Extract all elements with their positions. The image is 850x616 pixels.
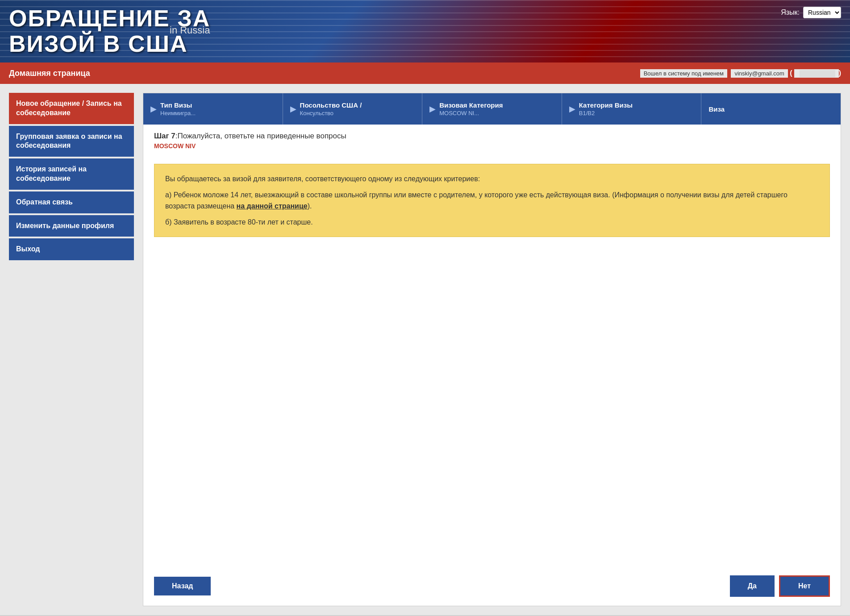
user-info: Вошел в систему под именем vinskiy@gmail… xyxy=(638,69,841,78)
step-visa-type: ▶ Тип Визы Неиммигра... xyxy=(143,93,283,125)
step-value-3: MOSCOW NI... xyxy=(439,110,503,117)
user-id xyxy=(794,69,839,78)
sidebar-item-new-application[interactable]: Новое обращение / Запись на собеседовани… xyxy=(9,93,134,124)
main-container: Новое обращение / Запись на собеседовани… xyxy=(0,84,850,615)
step-value-4: B1/B2 xyxy=(579,110,633,117)
step-location: MOSCOW NIV xyxy=(143,142,841,157)
sidebar-item-group-application[interactable]: Групповая заявка о записи на собеседован… xyxy=(9,126,134,157)
language-label: Язык: xyxy=(781,8,800,17)
step-arrow-3: ▶ xyxy=(429,104,436,114)
header: ОБРАЩЕНИЕ ЗА ВИЗОЙ В США in Russia Язык:… xyxy=(0,0,850,62)
step-visa: Виза xyxy=(701,93,841,125)
step-arrow-1: ▶ xyxy=(150,104,157,114)
steps-bar: ▶ Тип Визы Неиммигра... ▶ Посольство США… xyxy=(143,93,841,125)
step-label-4: Категория Визы xyxy=(579,101,633,109)
step-arrow-4: ▶ xyxy=(569,104,575,114)
home-link[interactable]: Домашняя страница xyxy=(9,69,90,78)
navbar: Домашняя страница Вошел в систему под им… xyxy=(0,62,850,84)
sidebar-item-feedback[interactable]: Обратная связь xyxy=(9,191,134,213)
language-selector-container: Язык: Russian English xyxy=(781,7,841,18)
language-select[interactable]: Russian English xyxy=(803,7,841,18)
content-area: ▶ Тип Визы Неиммигра... ▶ Посольство США… xyxy=(143,93,841,606)
step-arrow-2: ▶ xyxy=(290,104,296,114)
sidebar-item-logout[interactable]: Выход xyxy=(9,238,134,260)
step-content-1: Тип Визы Неиммигра... xyxy=(160,101,196,117)
back-button[interactable]: Назад xyxy=(154,577,211,595)
step-content-2: Посольство США / Консульство xyxy=(300,101,362,117)
notice-text-4: б) Заявитель в возрасте 80-ти лет и стар… xyxy=(165,216,819,228)
action-buttons: Да Нет xyxy=(730,575,830,597)
step-visa-category: ▶ Визовая Категория MOSCOW NI... xyxy=(422,93,562,125)
step-content-3: Визовая Категория MOSCOW NI... xyxy=(439,101,503,117)
step-content-5: Виза xyxy=(708,105,725,113)
step-embassy: ▶ Посольство США / Консульство xyxy=(283,93,423,125)
header-subtitle: in Russia xyxy=(170,25,210,36)
yes-button[interactable]: Да xyxy=(730,575,775,597)
step-visa-class: ▶ Категория Визы B1/B2 xyxy=(562,93,702,125)
step-label-5: Виза xyxy=(708,105,725,113)
step-heading: Шаг 7:Пожалуйста, ответьте на приведенны… xyxy=(143,125,841,142)
step-label-1: Тип Визы xyxy=(160,101,196,109)
notice-text-1: Вы обращаетесь за визой для заявителя, с… xyxy=(165,173,819,185)
notice-text-2: а) Ребенок моложе 14 лет, выезжающий в с… xyxy=(165,189,819,212)
step-label-3: Визовая Категория xyxy=(439,101,503,109)
bottom-buttons: Назад Да Нет xyxy=(143,566,841,606)
step-label-2: Посольство США / xyxy=(300,101,362,109)
sidebar-item-history[interactable]: История записей на собеседование xyxy=(9,158,134,190)
notice-link[interactable]: на данной странице xyxy=(237,202,308,210)
no-button[interactable]: Нет xyxy=(779,575,830,597)
step-value-1: Неиммигра... xyxy=(160,110,196,117)
user-email: vinskiy@gmail.com xyxy=(731,69,788,78)
sidebar-item-profile[interactable]: Изменить данные профиля xyxy=(9,215,134,237)
step-value-2: Консульство xyxy=(300,110,362,117)
notice-box: Вы обращаетесь за визой для заявителя, с… xyxy=(154,164,830,237)
sidebar: Новое обращение / Запись на собеседовани… xyxy=(9,93,134,606)
step-content-4: Категория Визы B1/B2 xyxy=(579,101,633,117)
